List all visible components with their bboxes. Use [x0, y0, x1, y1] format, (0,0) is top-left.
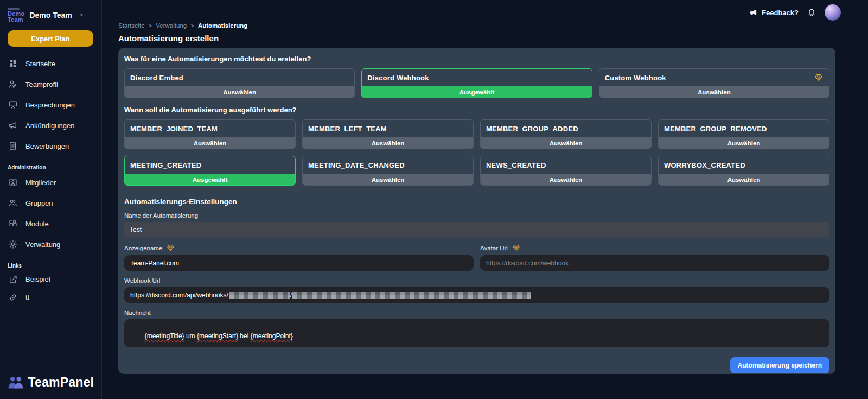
select-button[interactable]: Auswählen — [125, 86, 354, 98]
avatar-url-placeholder: https://discord.com/webhook — [486, 259, 569, 267]
trigger-card-meeting-created[interactable]: MEETING_CREATED Ausgewählt — [124, 156, 296, 186]
sidebar-item-gruppen[interactable]: Gruppen — [8, 193, 94, 213]
display-name-input[interactable]: Team-Panel.com — [124, 255, 474, 271]
message-textarea[interactable]: {meetingTitle} um {meetingStart} bei {me… — [124, 319, 829, 347]
main-content: Feedback? Startseite > Verwaltung > Auto… — [102, 0, 868, 399]
premium-gem-icon — [166, 244, 175, 252]
trigger-card-title: MEMBER_LEFT_TEAM — [308, 125, 387, 133]
automation-name-input[interactable]: Test — [124, 222, 829, 237]
trigger-card-member-group-removed[interactable]: MEMBER_GROUP_REMOVED Auswählen — [658, 119, 829, 149]
display-name-value: Team-Panel.com — [130, 259, 179, 267]
sidebar-item-label: Startseite — [25, 60, 55, 68]
display-name-label: Anzeigename — [124, 245, 162, 251]
team-name: Demo Team — [29, 11, 72, 20]
bell-icon — [807, 8, 816, 17]
sidebar-item-bewerbungen[interactable]: Bewerbungen — [8, 136, 94, 156]
breadcrumb: Startseite > Verwaltung > Automatisierun… — [118, 0, 835, 29]
selected-button[interactable]: Ausgewählt — [362, 86, 591, 98]
select-button[interactable]: Auswählen — [659, 137, 829, 149]
megaphone-icon — [8, 120, 18, 131]
webhook-url-separator: / — [290, 292, 292, 299]
sidebar-item-label: Beispiel — [25, 275, 50, 283]
trigger-card-grid: MEMBER_JOINED_TEAM Auswählen MEMBER_LEFT… — [124, 119, 829, 186]
sidebar-item-teamprofil[interactable]: Teamprofil — [8, 74, 94, 94]
type-section-heading: Was für eine Automatisierungen möchtest … — [124, 55, 829, 63]
user-avatar[interactable] — [825, 4, 841, 21]
feedback-button[interactable]: Feedback? — [749, 8, 799, 17]
modules-icon — [8, 218, 18, 229]
selected-button[interactable]: Ausgewählt — [125, 174, 295, 185]
sidebar-item-beispiel[interactable]: Beispiel — [8, 270, 94, 288]
team-logo-line2: Team — [8, 17, 24, 22]
sidebar-item-startseite[interactable]: Startseite — [8, 53, 94, 74]
trigger-card-title: MEETING_DATE_CHANGED — [308, 161, 405, 169]
type-card-discord-embed[interactable]: Discord Embed Auswählen — [124, 68, 355, 98]
premium-gem-icon — [512, 244, 521, 252]
trigger-card-title: MEETING_CREATED — [130, 161, 201, 169]
page-title: Automatisierung erstellen — [118, 34, 835, 43]
message-label: Nachricht — [124, 309, 829, 316]
message-text: um — [184, 332, 197, 340]
message-token: {meetingStart} — [197, 332, 238, 340]
brand-logo[interactable]: TeamPanel — [8, 374, 94, 390]
type-card-discord-webhook[interactable]: Discord Webhook Ausgewählt — [361, 68, 592, 98]
select-button[interactable]: Auswählen — [303, 137, 473, 149]
notifications-button[interactable] — [807, 8, 816, 17]
gear-icon — [8, 239, 18, 250]
select-button[interactable]: Auswählen — [303, 174, 473, 185]
sidebar-item-label: Ankündigungen — [25, 122, 74, 130]
team-logo: Demo Team — [8, 8, 24, 22]
type-card-custom-webhook[interactable]: Custom Webhook Auswählen — [599, 68, 829, 98]
trigger-card-member-group-added[interactable]: MEMBER_GROUP_ADDED Auswählen — [480, 119, 652, 149]
sidebar-item-verwaltung[interactable]: Verwaltung — [8, 234, 94, 255]
sidebar-item-label: Module — [25, 220, 49, 228]
sidebar-item-tt[interactable]: tt — [8, 288, 94, 306]
sidebar: Demo Team Demo Team Expert Plan Startsei… — [0, 0, 102, 399]
select-button[interactable]: Auswählen — [659, 174, 829, 185]
message-token: {meetingPoint} — [251, 332, 293, 340]
select-button[interactable]: Auswählen — [481, 137, 651, 149]
feedback-megaphone-icon — [749, 8, 758, 17]
trigger-section-heading: Wann soll die Automatisierung ausgeführt… — [124, 106, 829, 114]
trigger-card-news-created[interactable]: NEWS_CREATED Auswählen — [480, 156, 652, 186]
sidebar-item-mitglieder[interactable]: Mitglieder — [8, 172, 94, 193]
select-button[interactable]: Auswählen — [481, 174, 651, 185]
message-token: {meetingTitle} — [145, 332, 184, 340]
team-switcher[interactable]: Demo Team Demo Team — [8, 5, 94, 25]
sidebar-item-ankuendigungen[interactable]: Ankündigungen — [8, 115, 94, 136]
sidebar-item-label: Besprechungen — [25, 101, 75, 109]
app-root: Demo Team Demo Team Expert Plan Startsei… — [0, 0, 868, 399]
select-button[interactable]: Auswählen — [599, 86, 829, 98]
breadcrumb-verwaltung[interactable]: Verwaltung — [156, 22, 187, 29]
sidebar-item-besprechungen[interactable]: Besprechungen — [8, 94, 94, 115]
avatar-url-label: Avatar Url — [480, 245, 508, 251]
display-name-label-row: Anzeigename — [124, 244, 474, 252]
plan-button[interactable]: Expert Plan — [8, 30, 93, 47]
brand-name: TeamPanel — [28, 375, 94, 390]
team-logo-line1: Demo — [8, 11, 24, 16]
sidebar-item-label: Verwaltung — [25, 240, 60, 249]
presentation-icon — [8, 99, 18, 110]
breadcrumb-automatisierung: Automatisierung — [198, 22, 247, 29]
avatar-url-label-row: Avatar Url — [480, 244, 829, 252]
premium-gem-icon — [814, 73, 824, 82]
breadcrumb-separator: > — [149, 22, 152, 29]
select-button[interactable]: Auswählen — [125, 137, 295, 149]
sidebar-item-module[interactable]: Module — [8, 213, 94, 234]
webhook-url-label: Webhook Url — [124, 277, 829, 284]
trigger-card-title: MEMBER_JOINED_TEAM — [130, 125, 218, 133]
avatar-url-input[interactable]: https://discord.com/webhook — [480, 255, 829, 271]
webhook-url-input[interactable]: https://discord.com/api/webhooks// — [124, 287, 829, 303]
trigger-card-worrybox-created[interactable]: WORRYBOX_CREATED Auswählen — [658, 156, 829, 186]
users-icon — [8, 198, 18, 208]
sidebar-item-label: Teamprofil — [25, 80, 58, 88]
sidebar-item-label: Bewerbungen — [25, 142, 69, 150]
webhook-url-prefix: https://discord.com/api/webhooks/ — [130, 292, 228, 299]
trigger-card-member-joined-team[interactable]: MEMBER_JOINED_TEAM Auswählen — [124, 119, 296, 149]
breadcrumb-startseite[interactable]: Startseite — [118, 22, 145, 29]
trigger-card-member-left-team[interactable]: MEMBER_LEFT_TEAM Auswählen — [302, 119, 474, 149]
save-automation-button[interactable]: Automatisierung speichern — [730, 357, 829, 373]
trigger-card-meeting-date-changed[interactable]: MEETING_DATE_CHANGED Auswählen — [302, 156, 474, 186]
dashboard-icon — [8, 58, 18, 69]
redacted-webhook-id — [229, 292, 290, 299]
